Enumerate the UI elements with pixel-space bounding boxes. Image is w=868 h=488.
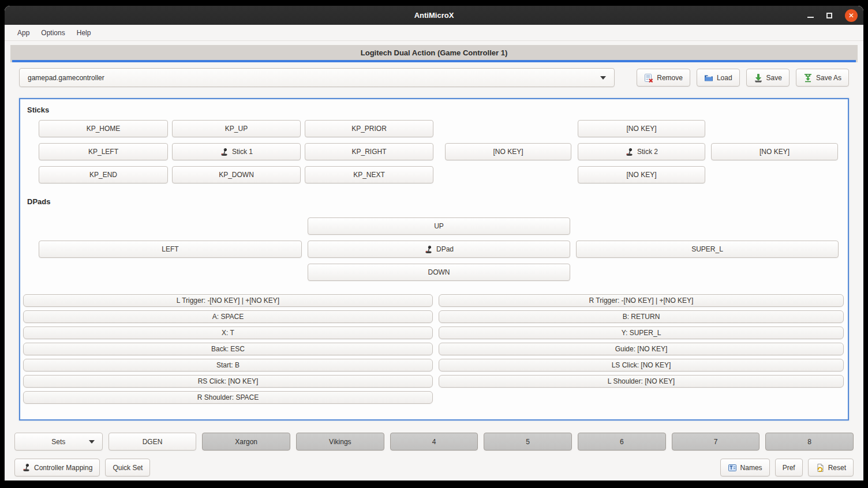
joystick-icon bbox=[424, 245, 433, 254]
stick1-left-button[interactable]: KP_LEFT bbox=[39, 143, 168, 160]
dpad-row-1: UP bbox=[20, 217, 848, 235]
stick2-center-button[interactable]: Stick 2 bbox=[578, 143, 705, 160]
stick1-down-right-button[interactable]: KP_NEXT bbox=[305, 166, 433, 183]
controller-tab-label: Logitech Dual Action (Game Controller 1) bbox=[361, 48, 507, 57]
joystick-icon bbox=[625, 148, 634, 156]
stick1-down-button[interactable]: KP_DOWN bbox=[172, 166, 301, 183]
maximize-icon[interactable] bbox=[826, 13, 832, 18]
dpad-left-button[interactable]: LEFT bbox=[39, 241, 302, 258]
dpad-down-button[interactable]: DOWN bbox=[308, 264, 570, 281]
remove-icon bbox=[644, 73, 653, 82]
save-button[interactable]: Save bbox=[746, 69, 790, 87]
controller-mapping-button[interactable]: Controller Mapping bbox=[14, 459, 100, 476]
footer-right-group: Names Pref Reset bbox=[720, 459, 854, 476]
names-icon bbox=[728, 463, 737, 472]
joystick-icon bbox=[220, 148, 229, 156]
profile-select-value: gamepad.gamecontroller bbox=[28, 74, 104, 82]
load-button-label: Load bbox=[717, 74, 732, 82]
stick2-label: Stick 2 bbox=[637, 148, 658, 156]
l-shoulder-button[interactable]: L Shoulder: [NO KEY] bbox=[439, 375, 844, 388]
reset-button[interactable]: Reset bbox=[808, 459, 854, 476]
set-tab-4[interactable]: 4 bbox=[390, 433, 478, 451]
sets-menu-button[interactable]: Sets bbox=[14, 433, 103, 451]
set-tab-1[interactable]: DGEN bbox=[108, 433, 197, 451]
save-icon bbox=[754, 73, 763, 82]
set-tab-7[interactable]: 7 bbox=[672, 433, 760, 451]
save-button-label: Save bbox=[766, 74, 782, 82]
stick1-right-button[interactable]: KP_RIGHT bbox=[305, 143, 433, 160]
window-controls: ✕ bbox=[807, 6, 858, 25]
controller-mapping-label: Controller Mapping bbox=[34, 464, 92, 472]
controller-tab[interactable]: Logitech Dual Action (Game Controller 1) bbox=[10, 45, 858, 62]
menu-options[interactable]: Options bbox=[35, 27, 70, 39]
tab-active-indicator bbox=[12, 60, 856, 62]
y-button[interactable]: Y: SUPER_L bbox=[439, 326, 844, 339]
profile-toolbar: gamepad.gamecontroller Remove bbox=[19, 68, 849, 87]
quick-set-button[interactable]: Quick Set bbox=[105, 459, 150, 476]
profile-select[interactable]: gamepad.gamecontroller bbox=[19, 68, 615, 87]
minimize-icon[interactable] bbox=[807, 17, 814, 18]
footer-left-group: Controller Mapping Quick Set bbox=[14, 459, 150, 476]
r-trigger-button[interactable]: R Trigger: -[NO KEY] | +[NO KEY] bbox=[439, 294, 844, 307]
r-shoulder-button[interactable]: R Shoulder: SPACE bbox=[23, 391, 433, 404]
ls-click-button[interactable]: LS Click: [NO KEY] bbox=[439, 359, 844, 371]
reset-icon bbox=[815, 463, 825, 472]
stick2-down-button[interactable]: [NO KEY] bbox=[578, 166, 705, 183]
l-trigger-button[interactable]: L Trigger: -[NO KEY] | +[NO KEY] bbox=[23, 294, 433, 307]
names-button[interactable]: Names bbox=[720, 459, 770, 476]
save-as-icon bbox=[803, 73, 813, 82]
dpad-right-button[interactable]: SUPER_L bbox=[576, 241, 839, 258]
joystick-icon bbox=[22, 463, 31, 472]
sticks-row-3: KP_END KP_DOWN KP_NEXT [NO KEY] bbox=[20, 166, 848, 183]
sets-row: Sets DGEN Xargon Vikings 4 5 6 7 8 bbox=[14, 433, 854, 451]
profile-actions: Remove Load Save bbox=[637, 69, 849, 87]
set-tab-8[interactable]: 8 bbox=[765, 433, 854, 451]
stick1-up-right-button[interactable]: KP_PRIOR bbox=[305, 120, 433, 137]
menu-help[interactable]: Help bbox=[71, 27, 97, 39]
assignments-empty-cell bbox=[439, 391, 844, 404]
stick2-left-button[interactable]: [NO KEY] bbox=[445, 143, 571, 160]
footer-bar: Controller Mapping Quick Set Names Pref bbox=[14, 459, 854, 476]
window-title: AntiMicroX bbox=[414, 11, 454, 20]
sticks-section-label: Sticks bbox=[27, 106, 848, 114]
stick1-up-left-button[interactable]: KP_HOME bbox=[39, 120, 168, 137]
start-button[interactable]: Start: B bbox=[23, 359, 433, 371]
dpad-row-2: LEFT DPad SUPER_L bbox=[20, 241, 848, 258]
pref-button[interactable]: Pref bbox=[775, 459, 803, 476]
save-as-button-label: Save As bbox=[816, 74, 841, 82]
dpad-center-button[interactable]: DPad bbox=[308, 241, 570, 258]
folder-icon bbox=[704, 73, 713, 82]
reset-button-label: Reset bbox=[828, 464, 846, 472]
titlebar: AntiMicroX ✕ bbox=[5, 6, 863, 25]
button-assignments: L Trigger: -[NO KEY] | +[NO KEY] R Trigg… bbox=[20, 294, 848, 404]
rs-click-button[interactable]: RS Click: [NO KEY] bbox=[23, 375, 433, 388]
save-as-button[interactable]: Save As bbox=[796, 69, 849, 87]
guide-button[interactable]: Guide: [NO KEY] bbox=[439, 343, 844, 355]
sticks-row-1: KP_HOME KP_UP KP_PRIOR [NO KEY] bbox=[20, 120, 848, 137]
stick2-right-button[interactable]: [NO KEY] bbox=[711, 143, 838, 160]
set-tab-2[interactable]: Xargon bbox=[202, 433, 290, 451]
remove-button[interactable]: Remove bbox=[637, 69, 690, 87]
stick2-up-button[interactable]: [NO KEY] bbox=[578, 120, 705, 137]
stick1-label: Stick 1 bbox=[232, 148, 253, 156]
b-button[interactable]: B: RETURN bbox=[439, 310, 844, 323]
chevron-down-icon bbox=[89, 440, 95, 444]
stick1-center-button[interactable]: Stick 1 bbox=[172, 143, 301, 160]
sticks-row-2: KP_LEFT Stick 1 KP_RIGHT [NO KEY] Stick … bbox=[20, 143, 848, 160]
dpad-label: DPad bbox=[436, 245, 454, 253]
x-button[interactable]: X: T bbox=[23, 326, 433, 339]
set-tab-5[interactable]: 5 bbox=[484, 433, 572, 451]
close-icon[interactable]: ✕ bbox=[845, 9, 858, 22]
set-tab-3[interactable]: Vikings bbox=[296, 433, 384, 451]
dpad-up-button[interactable]: UP bbox=[308, 217, 570, 235]
set-tab-6[interactable]: 6 bbox=[578, 433, 666, 451]
a-button[interactable]: A: SPACE bbox=[23, 310, 433, 323]
stick1-up-button[interactable]: KP_UP bbox=[172, 120, 301, 137]
dpad-row-3: DOWN bbox=[20, 264, 848, 281]
chevron-down-icon bbox=[600, 76, 606, 80]
stick1-down-left-button[interactable]: KP_END bbox=[39, 166, 168, 183]
menu-app[interactable]: App bbox=[12, 27, 35, 39]
names-button-label: Names bbox=[740, 464, 762, 472]
back-button[interactable]: Back: ESC bbox=[23, 343, 433, 355]
load-button[interactable]: Load bbox=[697, 69, 740, 87]
